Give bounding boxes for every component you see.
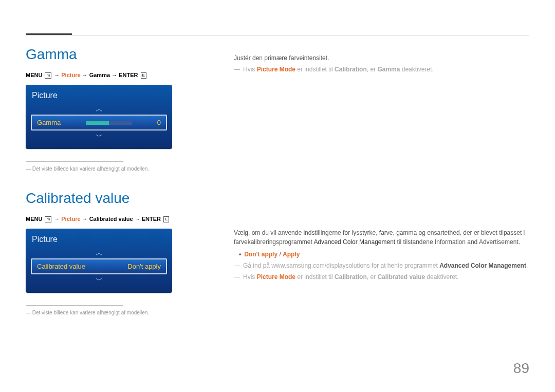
enter-icon: E (141, 72, 146, 79)
header-rule (26, 35, 529, 35)
note-calibration: Calibration (335, 66, 367, 73)
footnote-text: Det viste billede kan variere afhængigt … (32, 166, 149, 172)
gamma-row[interactable]: Gamma 0 (31, 115, 167, 130)
option-apply: Apply (283, 251, 300, 258)
note-text: deaktiveret. (400, 66, 433, 73)
footnote-gamma: ― Det viste billede kan variere afhængig… (26, 166, 216, 172)
gamma-slider[interactable] (86, 121, 132, 125)
menu-path-calibrated: Calibrated value (89, 216, 133, 222)
desc-text: til tilstandene Information and Advertis… (395, 238, 520, 246)
gamma-row-value: 0 (157, 119, 161, 126)
calibrated-options: •Don't apply / Apply (234, 250, 529, 259)
note-text: Gå ind på www.samsung.com/displaysolutio… (243, 262, 439, 269)
menu-kw: MENU (26, 216, 42, 222)
arrow: → (112, 72, 119, 78)
calibrated-description: Vælg, om du vil anvende indstillingerne … (234, 228, 529, 247)
arrow: → (135, 216, 142, 222)
menu-path-enter: ENTER (119, 72, 138, 78)
bullet-dot: • (239, 251, 241, 258)
panel-title: Picture (32, 235, 166, 244)
menu-path-gamma: Gamma (89, 72, 110, 78)
menu-path-gamma: MENU m → Picture → Gamma → ENTER E (26, 72, 216, 79)
calibrated-row[interactable]: Calibrated value Don't apply (31, 258, 167, 274)
note-acm: Advanced Color Management (439, 262, 526, 269)
gamma-note: ―Hvis Picture Mode er indstillet til Cal… (234, 65, 529, 74)
note-text: Hvis (243, 273, 257, 281)
calibrated-note1: ―Gå ind på www.samsung.com/displaysoluti… (234, 261, 529, 270)
note-gamma: Gamma (377, 66, 400, 73)
option-dont-apply: Don't apply (244, 251, 278, 258)
calibrated-row-value: Don't apply (127, 263, 161, 270)
note-picture-mode: Picture Mode (257, 66, 295, 73)
dash-marker: ― (234, 273, 240, 281)
footnote-dash: ― (26, 310, 32, 315)
arrow: → (54, 216, 61, 222)
desc-acm: Advanced Color Management (313, 238, 395, 246)
dash-marker: ― (234, 66, 240, 73)
section-title-calibrated: Calibrated value (26, 190, 216, 207)
footnote-dash: ― (26, 166, 32, 172)
arrow: → (54, 72, 61, 78)
calibrated-row-label: Calibrated value (37, 263, 85, 270)
calibrated-note2: ―Hvis Picture Mode er indstillet til Cal… (234, 272, 529, 282)
note-text: er indstillet til (295, 66, 335, 73)
gamma-description: Justér den primære farveintensitet. (234, 53, 529, 63)
left-column: Gamma MENU m → Picture → Gamma → ENTER E… (26, 46, 216, 334)
page-content: Gamma MENU m → Picture → Gamma → ENTER E… (26, 46, 529, 356)
picture-panel-gamma: Picture ︿ Gamma 0 ﹀ (26, 85, 172, 149)
note-picture-mode: Picture Mode (257, 273, 295, 281)
note-calibrated-value: Calibrated value (377, 273, 425, 281)
menu-path-calibrated: MENU m → Picture → Calibrated value → EN… (26, 216, 216, 222)
right-column: Justér den primære farveintensitet. ―Hvi… (234, 46, 529, 282)
footnote-divider (26, 161, 123, 162)
menu-path-picture: Picture (61, 216, 80, 222)
arrow: → (82, 72, 89, 78)
note-text: , er (367, 66, 378, 73)
gamma-slider-fill (86, 121, 109, 125)
menu-path-picture: Picture (61, 72, 80, 78)
calibrated-body: Vælg, om du vil anvende indstillingerne … (234, 228, 529, 282)
arrow: → (82, 216, 89, 222)
menu-icon: m (45, 216, 51, 222)
chevron-up-icon[interactable]: ︿ (31, 247, 167, 258)
menu-icon: m (45, 72, 51, 79)
dash-marker: ― (234, 262, 240, 269)
picture-panel-calibrated: Picture ︿ Calibrated value Don't apply ﹀ (26, 229, 172, 293)
note-text: , er (367, 273, 378, 281)
note-text: deaktiveret. (425, 273, 458, 281)
enter-icon: E (163, 216, 169, 222)
footnote-divider (26, 305, 123, 306)
gamma-row-label: Gamma (37, 119, 61, 126)
note-text: . (526, 262, 528, 269)
chevron-down-icon[interactable]: ﹀ (31, 130, 167, 142)
header-rule-accent (26, 33, 72, 35)
page-number: 89 (513, 360, 529, 377)
chevron-down-icon[interactable]: ﹀ (31, 274, 167, 286)
chevron-up-icon[interactable]: ︿ (31, 103, 167, 115)
panel-title: Picture (32, 91, 166, 100)
footnote-text: Det viste billede kan variere afhængigt … (32, 310, 149, 315)
note-text: er indstillet til (295, 273, 335, 281)
note-calibration: Calibration (335, 273, 367, 281)
footnote-calibrated: ― Det viste billede kan variere afhængig… (26, 310, 216, 315)
menu-kw: MENU (26, 72, 42, 78)
menu-path-enter: ENTER (142, 216, 161, 222)
option-sep: / (278, 251, 283, 258)
note-text: Hvis (243, 66, 257, 73)
section-title-gamma: Gamma (26, 46, 216, 63)
